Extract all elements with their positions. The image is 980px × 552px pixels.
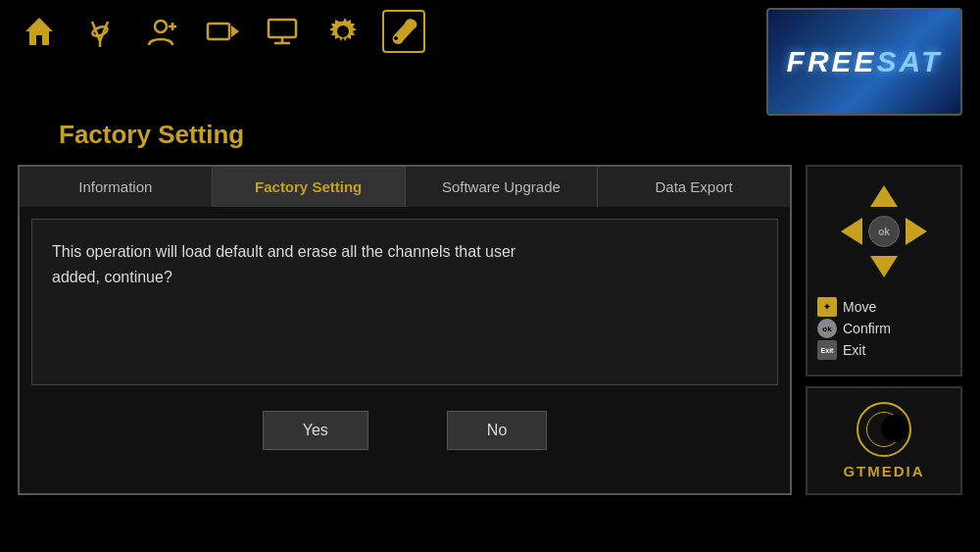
svg-rect-8: [208, 24, 229, 39]
moon-shape: [881, 415, 908, 442]
left-panel: Information Factory Setting Software Upg…: [18, 165, 792, 495]
dpad-right[interactable]: [906, 218, 927, 245]
nav-media[interactable]: [200, 10, 243, 53]
legend-move: ✦ Move: [817, 296, 951, 318]
gtmedia-text: GTMEDIA: [843, 463, 924, 479]
right-panel: ok ✦ Move ok Confirm: [806, 165, 962, 495]
dpad-row-middle: ok: [841, 216, 927, 247]
dpad-container: ok ✦ Move ok Confirm: [806, 165, 962, 376]
dpad-row-bottom: [833, 251, 935, 282]
exit-icon: Exit: [817, 340, 837, 360]
dpad-left[interactable]: [841, 218, 862, 245]
dpad-ok[interactable]: ok: [868, 216, 900, 247]
nav-antennae[interactable]: [78, 10, 122, 53]
move-label: Move: [843, 299, 876, 315]
legend-exit: Exit Exit: [817, 339, 951, 361]
action-buttons: Yes No: [20, 397, 790, 468]
tab-information[interactable]: Information: [20, 167, 213, 207]
legend-confirm: ok Confirm: [817, 318, 951, 339]
svg-point-5: [155, 21, 167, 32]
nav-user[interactable]: [139, 10, 182, 53]
logo-text: FREESAT: [787, 45, 943, 78]
exit-label: Exit: [843, 342, 865, 358]
nav-icons: [18, 10, 425, 53]
dpad-down[interactable]: [870, 256, 898, 277]
gtmedia-inner: [866, 412, 902, 447]
content-panel: This operation will load default and era…: [31, 219, 778, 385]
gtmedia-circle: [857, 402, 911, 457]
gtmedia-logo: GTMEDIA: [806, 386, 962, 495]
confirm-label: Confirm: [843, 321, 891, 336]
main-content: Information Factory Setting Software Upg…: [0, 165, 980, 495]
nav-home[interactable]: [18, 10, 61, 53]
page-title: Factory Setting: [0, 112, 980, 160]
tab-data-export[interactable]: Data Export: [598, 167, 790, 207]
no-button[interactable]: No: [447, 411, 547, 450]
yes-button[interactable]: Yes: [263, 411, 368, 450]
warning-message: This operation will load default and era…: [52, 239, 522, 289]
dpad-up[interactable]: [870, 185, 898, 207]
tab-software-upgrade[interactable]: Software Upgrade: [406, 167, 599, 207]
tabs-bar: Information Factory Setting Software Upg…: [20, 167, 790, 207]
move-icon: ✦: [817, 297, 837, 317]
svg-marker-9: [231, 25, 239, 37]
nav-wrench[interactable]: [382, 10, 425, 53]
svg-marker-0: [25, 18, 53, 45]
svg-rect-10: [269, 20, 296, 37]
nav-settings[interactable]: [321, 10, 365, 53]
ok-icon: ok: [817, 319, 837, 338]
nav-network[interactable]: [261, 10, 304, 53]
tab-factory-setting[interactable]: Factory Setting: [213, 167, 406, 207]
freesat-logo: FREESAT: [766, 8, 962, 116]
dpad-row-top: [833, 180, 935, 212]
